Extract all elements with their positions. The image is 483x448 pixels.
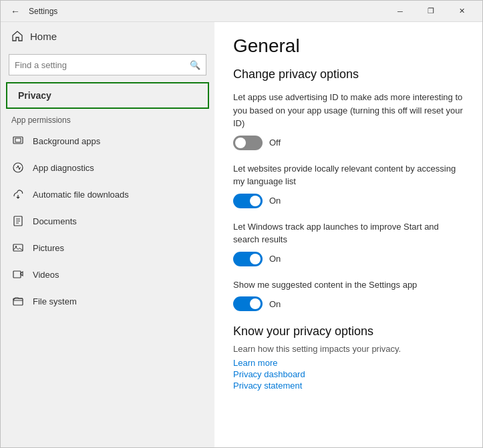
toggle-row: Off	[233, 136, 464, 150]
restore-button[interactable]: ❐	[416, 1, 446, 22]
setting-desc: Let Windows track app launches to improv…	[233, 220, 464, 246]
track-app-launches-toggle[interactable]	[233, 252, 263, 266]
setting-language-list: Let websites provide locally relevant co…	[233, 162, 464, 208]
sidebar-item-label: App diagnostics	[33, 163, 94, 173]
settings-window: ← Settings ─ ❐ ✕ Home	[0, 0, 483, 448]
restore-icon: ❐	[428, 7, 434, 15]
sidebar-item-automatic-file-downloads[interactable]: Automatic file downloads	[1, 181, 214, 208]
privacy-statement-link[interactable]: Privacy statement	[233, 381, 464, 391]
sidebar-item-label: Documents	[33, 216, 77, 226]
toggle-knob	[250, 298, 261, 309]
sidebar: Home 🔍 Privacy App permissions Backgroun…	[1, 22, 214, 447]
toggle-row: On	[233, 194, 464, 208]
close-button[interactable]: ✕	[446, 1, 477, 22]
home-icon	[11, 30, 23, 42]
minimize-button[interactable]: ─	[385, 1, 416, 22]
sidebar-item-label: Videos	[33, 270, 59, 280]
file-system-icon	[11, 294, 25, 308]
back-button[interactable]: ←	[6, 2, 25, 21]
sidebar-item-pictures[interactable]: Pictures	[1, 234, 214, 261]
svg-rect-9	[13, 271, 21, 278]
toggle-knob	[250, 196, 261, 206]
privacy-learn-text: Learn how this setting impacts your priv…	[233, 344, 464, 354]
language-list-toggle[interactable]	[233, 194, 263, 208]
sidebar-item-background-apps[interactable]: Background apps	[1, 128, 214, 154]
setting-desc: Let apps use advertising ID to make ads …	[233, 91, 464, 130]
sidebar-item-app-diagnostics[interactable]: App diagnostics	[1, 154, 214, 181]
sidebar-item-label: File system	[33, 296, 77, 306]
videos-icon	[11, 268, 25, 281]
automatic-file-downloads-icon	[11, 188, 25, 201]
setting-track-app-launches: Let Windows track app launches to improv…	[233, 220, 464, 266]
titlebar: ← Settings ─ ❐ ✕	[1, 1, 482, 22]
sidebar-item-videos[interactable]: Videos	[1, 261, 214, 288]
toggle-label: Off	[269, 138, 281, 148]
setting-suggested-content: Show me suggested content in the Setting…	[233, 278, 464, 312]
privacy-options-section: Know your privacy options Learn how this…	[233, 324, 464, 391]
page-title: General	[233, 35, 464, 57]
suggested-content-toggle[interactable]	[233, 296, 263, 311]
main-content: Home 🔍 Privacy App permissions Backgroun…	[1, 22, 482, 447]
window-title: Settings	[25, 7, 385, 16]
close-icon: ✕	[459, 7, 465, 15]
toggle-label: On	[269, 196, 281, 206]
home-label: Home	[30, 31, 57, 42]
documents-icon	[11, 214, 25, 228]
app-permissions-label: App permissions	[1, 109, 214, 128]
app-diagnostics-icon	[11, 161, 25, 174]
back-icon: ←	[11, 6, 20, 17]
learn-more-link[interactable]: Learn more	[233, 358, 464, 368]
sidebar-item-label: Automatic file downloads	[33, 190, 129, 200]
toggle-knob	[235, 138, 246, 148]
toggle-label: On	[269, 254, 281, 264]
svg-point-2	[13, 163, 23, 172]
sidebar-item-privacy[interactable]: Privacy	[6, 82, 209, 109]
toggle-label: On	[269, 299, 281, 309]
window-controls: ─ ❐ ✕	[385, 1, 477, 22]
advertising-id-toggle[interactable]	[233, 136, 263, 150]
setting-desc: Let websites provide locally relevant co…	[233, 162, 464, 188]
toggle-row: On	[233, 296, 464, 311]
sidebar-item-label: Pictures	[33, 243, 64, 253]
search-input[interactable]	[15, 60, 190, 70]
search-icon: 🔍	[190, 60, 200, 70]
background-apps-icon	[11, 134, 25, 148]
sidebar-item-label: Background apps	[33, 136, 100, 146]
section-title: Change privacy options	[233, 67, 464, 81]
search-box[interactable]: 🔍	[9, 54, 206, 75]
content-area: General Change privacy options Let apps …	[214, 22, 482, 447]
privacy-dashboard-link[interactable]: Privacy dashboard	[233, 369, 464, 379]
sidebar-home-item[interactable]: Home	[1, 22, 214, 50]
sidebar-item-file-system[interactable]: File system	[1, 288, 214, 314]
minimize-icon: ─	[397, 7, 403, 15]
setting-desc: Show me suggested content in the Setting…	[233, 278, 464, 292]
toggle-knob	[250, 254, 261, 264]
sidebar-item-documents[interactable]: Documents	[1, 208, 214, 234]
privacy-label: Privacy	[18, 90, 51, 101]
privacy-section-title: Know your privacy options	[233, 324, 464, 339]
svg-rect-10	[13, 298, 23, 305]
setting-advertising-id: Let apps use advertising ID to make ads …	[233, 91, 464, 150]
svg-rect-7	[13, 244, 23, 251]
pictures-icon	[11, 241, 25, 254]
svg-rect-1	[15, 138, 21, 142]
toggle-row: On	[233, 252, 464, 266]
